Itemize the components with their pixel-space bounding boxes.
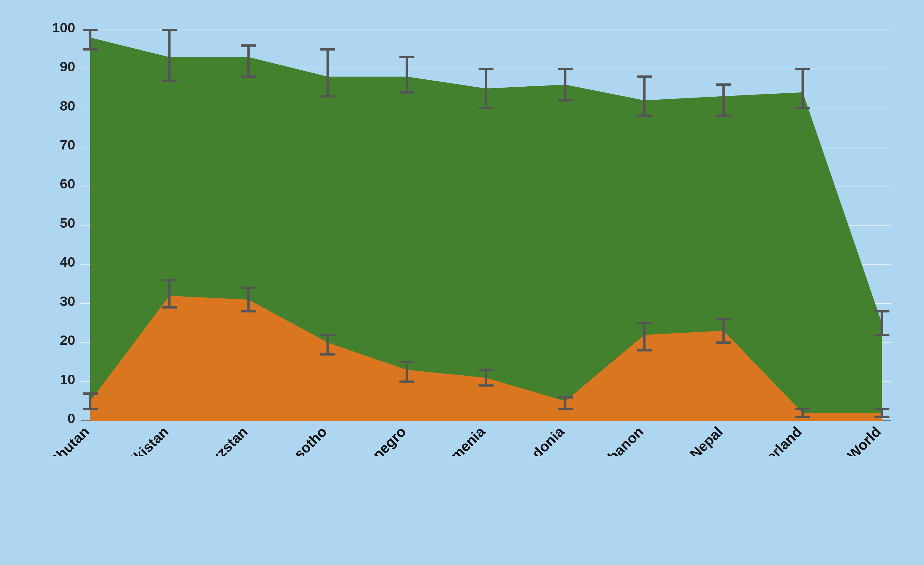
- x-label-armenia: Armenia: [436, 423, 488, 456]
- x-label-bhutan: Bhutan: [46, 423, 92, 456]
- x-label-lebanon: Lebanon: [592, 423, 646, 456]
- y-label-40: 40: [60, 255, 75, 270]
- chart-area: 100 90 80 70 60 50 40 30 20 10 0: [36, 12, 906, 456]
- x-label-lesotho: Lesotho: [279, 423, 330, 456]
- x-label-kyrgyzstan: Kyrgyzstan: [184, 423, 251, 456]
- y-label-100: 100: [52, 20, 75, 35]
- y-label-90: 90: [60, 59, 75, 74]
- x-label-north-macedonia: North Macedonia: [474, 423, 568, 456]
- y-label-0: 0: [68, 411, 75, 426]
- x-label-world: World: [844, 423, 884, 456]
- y-label-70: 70: [60, 137, 75, 152]
- x-label-tajikistan: Tajikistan: [114, 423, 172, 456]
- y-label-80: 80: [60, 98, 75, 114]
- y-label-50: 50: [60, 215, 75, 231]
- y-label-60: 60: [60, 176, 75, 192]
- x-label-nepal: Nepal: [687, 423, 726, 456]
- chart-svg: 100 90 80 70 60 50 40 30 20 10 0: [36, 12, 906, 456]
- chart-container: 100 90 80 70 60 50 40 30 20 10 0: [0, 0, 924, 565]
- x-label-montenegro: Montenegro: [339, 423, 409, 456]
- y-label-10: 10: [60, 372, 75, 387]
- y-label-30: 30: [60, 293, 75, 309]
- x-label-switzerland: Switzerland: [737, 423, 805, 456]
- y-label-20: 20: [60, 333, 75, 348]
